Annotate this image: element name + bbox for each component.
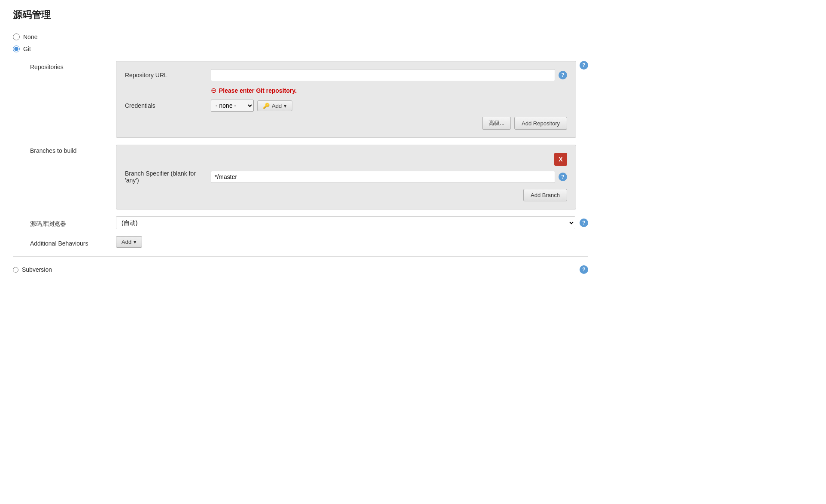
branch-specifier-row: Branch Specifier (blank for 'any') ? xyxy=(125,170,567,184)
branch-specifier-input[interactable] xyxy=(211,171,555,183)
error-text: Please enter Git repository. xyxy=(219,87,297,94)
add-branch-action-row: Add Branch xyxy=(125,189,567,201)
git-section: Repositories Repository URL ? xyxy=(13,61,588,248)
scm-browser-row: 源码库浏览器 (自动) ? xyxy=(30,216,588,229)
repos-panel: Repository URL ? ⊖ Please enter Git repo… xyxy=(116,61,576,138)
add-cred-arrow: ▾ xyxy=(284,103,287,109)
subversion-row: Subversion ? xyxy=(13,265,588,274)
add-branch-button[interactable]: Add Branch xyxy=(523,189,567,201)
branch-specifier-help-icon[interactable]: ? xyxy=(559,173,567,181)
repo-url-label: Repository URL xyxy=(125,72,211,79)
remove-branch-button[interactable]: X xyxy=(554,153,567,166)
repositories-row: Repositories Repository URL ? xyxy=(30,61,588,138)
credentials-select[interactable]: - none - xyxy=(211,100,254,112)
repo-actions-row: 高级... Add Repository xyxy=(125,117,567,130)
repositories-help-wrapper: Repository URL ? ⊖ Please enter Git repo… xyxy=(116,61,588,138)
scm-radio-group: None Git xyxy=(13,33,588,52)
key-icon: 🔑 xyxy=(263,103,270,109)
branches-label: Branches to build xyxy=(30,145,116,154)
credentials-row: Credentials - none - 🔑 Add ▾ xyxy=(125,100,567,112)
radio-git-label: Git xyxy=(23,46,31,52)
additional-behaviours-row: Additional Behaviours Add ▾ xyxy=(30,236,588,248)
add-credentials-button[interactable]: 🔑 Add ▾ xyxy=(257,100,292,111)
subversion-help-icon[interactable]: ? xyxy=(580,265,588,274)
additional-behaviours-content: Add ▾ xyxy=(116,236,588,248)
error-row: ⊖ Please enter Git repository. xyxy=(211,86,567,94)
radio-git-input[interactable] xyxy=(13,46,20,52)
repositories-help-icon[interactable]: ? xyxy=(580,61,588,70)
radio-git[interactable]: Git xyxy=(13,46,588,52)
scm-browser-help-icon[interactable]: ? xyxy=(580,219,588,227)
subversion-label[interactable]: Subversion xyxy=(22,266,52,273)
add-behaviour-label: Add xyxy=(121,239,131,245)
scm-browser-select-row: (自动) ? xyxy=(116,216,588,229)
repositories-label: Repositories xyxy=(30,61,116,70)
divider xyxy=(13,256,588,257)
repo-url-input[interactable] xyxy=(211,69,555,81)
branch-specifier-input-area: ? xyxy=(211,171,567,183)
repo-url-input-area: ? xyxy=(211,69,567,81)
page-title: 源码管理 xyxy=(13,9,588,21)
branches-panel-wrap: X Branch Specifier (blank for 'any') ? xyxy=(116,145,576,209)
add-behaviour-arrow: ▾ xyxy=(134,239,137,245)
branch-specifier-label: Branch Specifier (blank for 'any') xyxy=(125,170,211,184)
radio-subversion-input[interactable] xyxy=(13,267,18,273)
branches-content: X Branch Specifier (blank for 'any') ? xyxy=(116,145,588,209)
error-icon: ⊖ xyxy=(211,86,216,94)
add-credentials-label: Add xyxy=(272,103,282,109)
additional-behaviours-label: Additional Behaviours xyxy=(30,237,116,247)
repositories-content: Repository URL ? ⊖ Please enter Git repo… xyxy=(116,61,588,138)
credentials-label: Credentials xyxy=(125,102,211,109)
credentials-input-area: - none - 🔑 Add ▾ xyxy=(211,100,567,112)
branches-row: Branches to build X Branch Specifier (bl… xyxy=(30,145,588,209)
repo-url-row: Repository URL ? xyxy=(125,69,567,81)
radio-none-label: None xyxy=(23,33,37,40)
scm-browser-select[interactable]: (自动) xyxy=(116,216,575,229)
scm-browser-content: (自动) ? xyxy=(116,216,588,229)
add-repository-button[interactable]: Add Repository xyxy=(514,117,567,130)
branches-help-wrapper: X Branch Specifier (blank for 'any') ? xyxy=(116,145,588,209)
branches-panel: X Branch Specifier (blank for 'any') ? xyxy=(116,145,576,209)
repos-panel-wrap: Repository URL ? ⊖ Please enter Git repo… xyxy=(116,61,576,138)
repo-url-help-icon[interactable]: ? xyxy=(559,71,567,79)
add-behaviour-button[interactable]: Add ▾ xyxy=(116,236,142,248)
additional-behaviours-wrapper: Add ▾ xyxy=(116,236,588,248)
scm-browser-label: 源码库浏览器 xyxy=(30,218,116,228)
radio-none-input[interactable] xyxy=(13,33,20,40)
x-btn-row: X xyxy=(125,153,567,166)
radio-none[interactable]: None xyxy=(13,33,588,40)
advanced-button[interactable]: 高级... xyxy=(482,117,511,130)
